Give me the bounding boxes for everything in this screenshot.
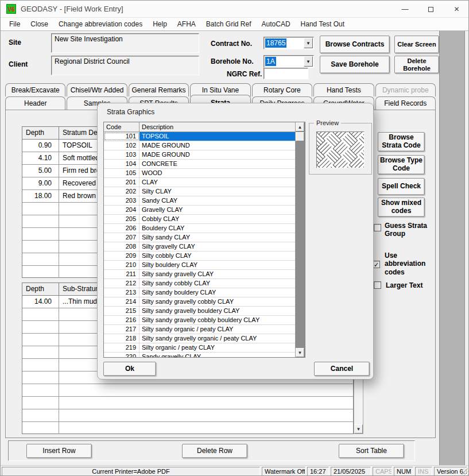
description-cell[interactable]: Silty sandy gravelly cobbly CLAY bbox=[139, 297, 295, 306]
list-item[interactable]: 211 Silty sandy gravelly CLAY bbox=[104, 270, 295, 279]
cancel-button[interactable]: Cancel bbox=[314, 362, 370, 376]
close-button[interactable]: ✕ bbox=[444, 1, 469, 18]
code-cell[interactable]: 103 bbox=[104, 150, 139, 159]
list-item[interactable]: 209 Silty cobbly CLAY bbox=[104, 251, 295, 261]
menu-item[interactable]: Help bbox=[148, 18, 172, 30]
browse-type-code-button[interactable]: Browse Type Code bbox=[378, 155, 425, 175]
code-cell[interactable]: 203 bbox=[104, 196, 139, 205]
list-item[interactable]: 217 Silty sandy organic / peaty CLAY bbox=[104, 325, 295, 334]
tab[interactable]: Field Records bbox=[375, 96, 436, 110]
description-cell[interactable]: Sandy CLAY bbox=[139, 196, 295, 205]
tab[interactable]: Rotary Core bbox=[252, 83, 312, 96]
clear-screen-button[interactable]: Clear Screen bbox=[394, 36, 439, 53]
menu-item[interactable]: File bbox=[4, 18, 25, 30]
code-cell[interactable]: 202 bbox=[104, 187, 139, 196]
delete-borehole-button[interactable]: Delete Borehole bbox=[394, 56, 439, 73]
list-item[interactable]: 206 Bouldery CLAY bbox=[104, 224, 295, 233]
description-cell[interactable]: Silty sandy gravelly bouldery CLAY bbox=[139, 307, 295, 315]
show-mixed-codes-button[interactable]: Show mixed codes bbox=[378, 198, 425, 217]
tab[interactable]: General Remarks bbox=[129, 83, 189, 96]
tab[interactable]: Dynamic probe bbox=[375, 83, 436, 96]
site-field[interactable]: New Site Investigation bbox=[51, 33, 199, 53]
depth-cell[interactable]: 9.00 bbox=[22, 177, 59, 189]
ngrc-field[interactable] bbox=[263, 68, 308, 79]
menu-item[interactable]: AutoCAD bbox=[257, 18, 296, 30]
scroll-down-icon[interactable]: ▼ bbox=[296, 348, 304, 357]
code-cell[interactable]: 210 bbox=[104, 261, 139, 269]
list-item[interactable]: 105 WOOD bbox=[104, 169, 295, 178]
code-cell[interactable]: 216 bbox=[104, 316, 139, 324]
code-cell[interactable]: 219 bbox=[104, 343, 139, 352]
description-cell[interactable]: Silty sandy gravelly cobbly bouldery CLA… bbox=[139, 316, 295, 324]
tab[interactable]: Chisel/Wtr Added bbox=[67, 83, 127, 96]
description-cell[interactable]: Silty sandy cobbly CLAY bbox=[139, 279, 295, 288]
menu-item[interactable]: Change abbreviation codes bbox=[53, 18, 148, 30]
code-cell[interactable]: 105 bbox=[104, 169, 139, 177]
menu-item[interactable]: Batch Grid Ref bbox=[201, 18, 257, 30]
larger-text-checkbox[interactable] bbox=[374, 281, 381, 289]
scroll-down-icon[interactable]: ▼ bbox=[354, 424, 363, 434]
browse-strata-code-button[interactable]: Browse Strata Code bbox=[378, 132, 425, 152]
list-item[interactable]: 102 MADE GROUND bbox=[104, 141, 295, 150]
contract-combobox[interactable]: 18765 ▼ bbox=[263, 37, 314, 49]
depth-cell[interactable]: 5.00 bbox=[22, 165, 59, 177]
maximize-button[interactable] bbox=[418, 1, 444, 18]
list-item[interactable]: 208 Silty gravelly CLAY bbox=[104, 242, 295, 251]
depth-cell[interactable]: 4.10 bbox=[22, 152, 59, 164]
code-cell[interactable]: 218 bbox=[104, 334, 139, 343]
description-cell[interactable]: Silty gravelly CLAY bbox=[139, 242, 295, 251]
save-borehole-button[interactable]: Save Borehole bbox=[320, 56, 390, 73]
list-item[interactable]: 202 Silty CLAY bbox=[104, 187, 295, 196]
code-cell[interactable]: 207 bbox=[104, 233, 139, 242]
description-cell[interactable]: Silty sandy CLAY bbox=[139, 233, 295, 242]
list-vertical-scrollbar[interactable]: ▲ ▼ bbox=[295, 122, 305, 357]
list-item[interactable]: 215 Silty sandy gravelly bouldery CLAY bbox=[104, 307, 295, 316]
code-cell[interactable]: 206 bbox=[104, 224, 139, 233]
code-cell[interactable]: 212 bbox=[104, 279, 139, 288]
list-item[interactable]: 214 Silty sandy gravelly cobbly CLAY bbox=[104, 297, 295, 307]
list-item[interactable]: 203 Sandy CLAY bbox=[104, 196, 295, 206]
description-cell[interactable]: Gravelly CLAY bbox=[139, 206, 295, 214]
list-item[interactable]: 101 TOPSOIL bbox=[104, 132, 295, 141]
code-cell[interactable]: 104 bbox=[104, 160, 139, 168]
description-cell[interactable]: Silty sandy gravelly CLAY bbox=[139, 270, 295, 278]
code-cell[interactable]: 208 bbox=[104, 242, 139, 251]
description-cell[interactable]: Silty sandy organic / peaty CLAY bbox=[139, 325, 295, 334]
list-item[interactable]: 204 Gravelly CLAY bbox=[104, 206, 295, 215]
delete-row-button[interactable]: Delete Row bbox=[182, 444, 247, 458]
code-cell[interactable]: 209 bbox=[104, 251, 139, 260]
code-cell[interactable]: 101 bbox=[104, 132, 139, 141]
list-item[interactable]: 216 Silty sandy gravelly cobbly bouldery… bbox=[104, 316, 295, 325]
list-item[interactable]: 207 Silty sandy CLAY bbox=[104, 233, 295, 242]
depth-cell[interactable]: 18.00 bbox=[22, 190, 59, 202]
description-cell[interactable]: CLAY bbox=[139, 178, 295, 187]
scrollbar-thumb[interactable] bbox=[296, 132, 304, 141]
code-cell[interactable]: 205 bbox=[104, 215, 139, 223]
chevron-down-icon[interactable]: ▼ bbox=[304, 56, 313, 67]
code-cell[interactable]: 211 bbox=[104, 270, 139, 278]
code-cell[interactable]: 215 bbox=[104, 307, 139, 315]
list-item[interactable]: 201 CLAY bbox=[104, 178, 295, 187]
description-cell[interactable]: Cobbly CLAY bbox=[139, 215, 295, 223]
description-cell[interactable]: TOPSOIL bbox=[139, 132, 295, 141]
description-cell[interactable]: Silty organic / peaty CLAY bbox=[139, 343, 295, 352]
guess-strata-group-checkbox[interactable] bbox=[374, 224, 381, 231]
description-cell[interactable]: MADE GROUND bbox=[139, 141, 295, 150]
client-field[interactable]: Regional District Council bbox=[51, 56, 199, 75]
description-cell[interactable]: Silty CLAY bbox=[139, 187, 295, 196]
browse-contracts-button[interactable]: Browse Contracts bbox=[320, 36, 390, 53]
description-cell[interactable]: WOOD bbox=[139, 169, 295, 177]
description-cell[interactable]: Silty bouldery CLAY bbox=[139, 261, 295, 269]
code-cell[interactable]: 102 bbox=[104, 141, 139, 150]
sort-table-button[interactable]: Sort Table bbox=[339, 444, 404, 458]
description-cell[interactable]: CONCRETE bbox=[139, 160, 295, 168]
code-cell[interactable]: 214 bbox=[104, 297, 139, 306]
code-cell[interactable]: 204 bbox=[104, 206, 139, 214]
list-item[interactable]: 212 Silty sandy cobbly CLAY bbox=[104, 279, 295, 288]
description-cell[interactable]: Silty sandy bouldery CLAY bbox=[139, 288, 295, 297]
list-item[interactable]: 213 Silty sandy bouldery CLAY bbox=[104, 288, 295, 297]
list-item[interactable]: 210 Silty bouldery CLAY bbox=[104, 261, 295, 270]
list-item[interactable]: 104 CONCRETE bbox=[104, 160, 295, 169]
code-cell[interactable]: 213 bbox=[104, 288, 139, 297]
description-cell[interactable]: Silty sandy gravelly organic / peaty CLA… bbox=[139, 334, 295, 343]
